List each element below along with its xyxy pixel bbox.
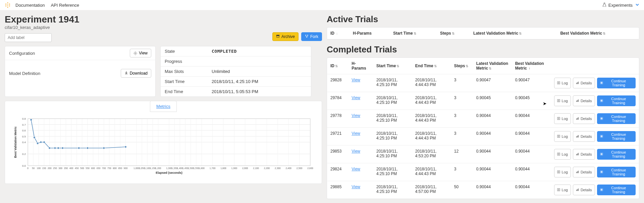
download-model-button[interactable]: Download [121, 69, 151, 78]
view-hparams-link[interactable]: View [352, 78, 360, 82]
continue-training-button[interactable]: Continue Training [597, 167, 636, 177]
cell-hparams: View [348, 110, 373, 128]
svg-rect-156 [576, 190, 577, 191]
details-button[interactable]: Details [573, 131, 595, 142]
view-hparams-link[interactable]: View [352, 185, 360, 189]
log-button[interactable]: Log [554, 185, 571, 195]
col-best[interactable]: Best Validation Metric ↑ [512, 58, 551, 74]
metrics-chart: 0.00.20.40.50.60.70.80501001502002503003… [12, 116, 314, 180]
log-button[interactable]: Log [554, 113, 571, 124]
log-button[interactable]: Log [554, 78, 571, 88]
table-row: 29885View2018/10/11, 4:25:10 PM2018/10/1… [327, 181, 639, 199]
details-button[interactable]: Details [573, 185, 595, 195]
view-hparams-link[interactable]: View [352, 95, 360, 100]
file-icon [557, 81, 560, 85]
view-config-button[interactable]: View [130, 49, 151, 57]
col-best-active[interactable]: Best Validation Metric⇅ [557, 28, 639, 39]
col-steps[interactable]: Steps⇅ [451, 58, 473, 74]
fork-button[interactable]: Fork [301, 32, 322, 41]
continue-training-button[interactable]: Continue Training [597, 113, 636, 124]
details-button[interactable]: Details [573, 78, 595, 88]
continue-training-button[interactable]: Continue Training [597, 131, 636, 142]
nav-experiments[interactable]: Experiments [608, 3, 633, 8]
add-label-input[interactable] [5, 33, 52, 42]
svg-text:1,300: 1,300 [166, 167, 172, 169]
col-latest-active[interactable]: Latest Validation Metric⇅ [470, 28, 557, 39]
col-hparams[interactable]: H-Params [348, 58, 373, 74]
col-id-active[interactable]: ID ↓ [327, 28, 350, 39]
completed-trials-title: Completed Trials [327, 44, 639, 55]
plus-icon [600, 170, 603, 174]
svg-rect-141 [576, 136, 577, 138]
col-end[interactable]: End Time⇅ [412, 58, 451, 74]
svg-text:50: 50 [32, 167, 35, 169]
flask-icon [602, 3, 606, 8]
sort-down-icon: ↓ [336, 32, 338, 35]
svg-point-119 [78, 147, 80, 149]
svg-text:1,800: 1,800 [220, 167, 226, 169]
svg-text:1,450: 1,450 [182, 167, 189, 169]
svg-rect-142 [577, 136, 578, 137]
view-hparams-link[interactable]: View [352, 131, 360, 136]
col-start-active[interactable]: Start Time⇅ [390, 28, 437, 39]
svg-text:900: 900 [124, 167, 128, 169]
log-button[interactable]: Log [554, 131, 571, 142]
svg-point-121 [103, 147, 105, 149]
col-hparams-active[interactable]: H-Params [350, 28, 390, 39]
details-button[interactable]: Details [573, 149, 595, 160]
cell-best: 0.90045 [512, 92, 551, 110]
svg-rect-127 [577, 82, 578, 84]
log-button[interactable]: Log [554, 167, 571, 177]
table-row: 29721View2018/10/11, 4:25:10 PM2018/10/1… [327, 128, 639, 146]
svg-text:2,400: 2,400 [285, 167, 291, 169]
details-button[interactable]: Details [573, 113, 595, 124]
continue-training-button[interactable]: Continue Training [597, 185, 636, 195]
svg-point-122 [124, 146, 126, 148]
cell-steps: 3 [451, 74, 473, 92]
svg-rect-143 [578, 135, 579, 137]
svg-text:1,150: 1,150 [150, 167, 156, 169]
continue-training-button[interactable]: Continue Training [597, 78, 636, 88]
svg-text:1,550: 1,550 [193, 167, 199, 169]
tab-metrics[interactable]: Metrics [150, 101, 177, 112]
view-hparams-link[interactable]: View [352, 149, 360, 154]
sort-icon: ⇅ [434, 64, 437, 68]
progress-key: Progress [165, 59, 212, 64]
plus-icon [600, 81, 603, 85]
view-hparams-link[interactable]: View [352, 167, 360, 171]
svg-rect-137 [577, 118, 578, 120]
svg-text:1,050: 1,050 [139, 167, 145, 169]
svg-point-120 [87, 147, 89, 149]
col-latest[interactable]: Latest Validation Metric⇅ [473, 58, 512, 74]
plus-icon [600, 188, 603, 192]
continue-training-button[interactable]: Continue Training [597, 95, 636, 106]
svg-text:150: 150 [42, 167, 46, 169]
view-hparams-link[interactable]: View [352, 113, 360, 118]
col-steps-active[interactable]: Steps⇅ [437, 28, 470, 39]
file-icon [557, 134, 560, 138]
chevron-down-icon[interactable] [635, 3, 639, 8]
svg-rect-133 [578, 99, 579, 102]
col-id[interactable]: ID⇅ [327, 58, 348, 74]
svg-text:1,600: 1,600 [199, 167, 205, 169]
continue-training-button[interactable]: Continue Training [597, 149, 636, 160]
cell-best: 0.90044 [512, 181, 551, 199]
cell-start: 2018/10/11, 4:25:10 PM [373, 181, 412, 199]
cell-best: 0.90047 [512, 74, 551, 92]
svg-point-6 [7, 5, 8, 6]
svg-text:1,700: 1,700 [210, 167, 216, 169]
nav-documentation[interactable]: Documentation [15, 3, 45, 8]
sort-icon: ⇅ [396, 64, 399, 68]
fork-label: Fork [310, 34, 318, 39]
details-button[interactable]: Details [573, 95, 595, 106]
log-button[interactable]: Log [554, 149, 571, 160]
details-button[interactable]: Details [573, 167, 595, 177]
archive-button[interactable]: Archive [272, 32, 299, 41]
log-button[interactable]: Log [554, 95, 571, 106]
svg-point-113 [40, 141, 42, 143]
col-start[interactable]: Start Time⇅ [373, 58, 412, 74]
cell-best: 0.90044 [512, 128, 551, 146]
nav-api-reference[interactable]: API Reference [51, 3, 79, 8]
cell-latest: 0.90044 [473, 163, 512, 181]
svg-text:0.4: 0.4 [22, 141, 26, 144]
